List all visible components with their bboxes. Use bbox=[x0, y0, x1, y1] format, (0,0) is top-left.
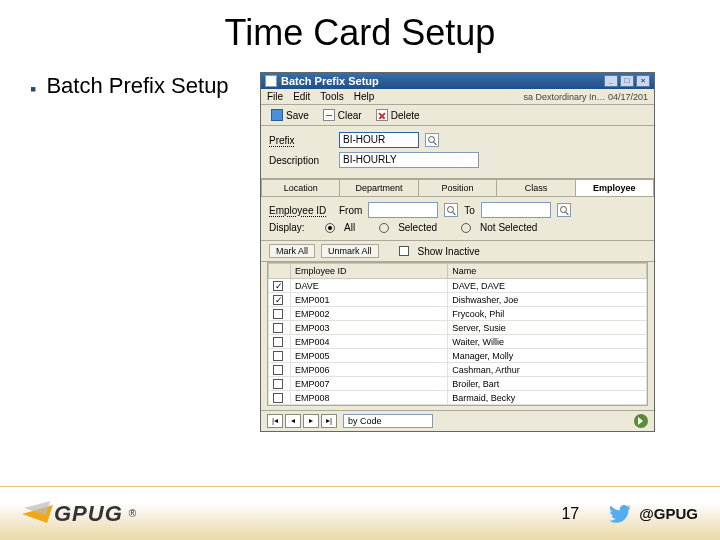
tab-position[interactable]: Position bbox=[418, 179, 496, 196]
show-inactive-checkbox[interactable] bbox=[399, 246, 409, 256]
cell-employee-id: EMP008 bbox=[291, 391, 448, 405]
to-lookup-icon[interactable] bbox=[557, 203, 571, 217]
table-row[interactable]: EMP007Broiler, Bart bbox=[269, 377, 647, 391]
delete-icon bbox=[376, 109, 388, 121]
save-label: Save bbox=[286, 110, 309, 121]
minimize-button[interactable]: _ bbox=[604, 75, 618, 87]
menu-tools[interactable]: Tools bbox=[320, 91, 343, 102]
titlebar[interactable]: Batch Prefix Setup _ □ × bbox=[261, 73, 654, 89]
clear-button[interactable]: Clear bbox=[319, 108, 366, 122]
employee-id-label: Employee ID bbox=[269, 205, 333, 216]
radio-not-selected-label: Not Selected bbox=[480, 222, 537, 233]
tab-employee[interactable]: Employee bbox=[575, 179, 654, 196]
close-button[interactable]: × bbox=[636, 75, 650, 87]
from-input[interactable] bbox=[368, 202, 438, 218]
clear-icon bbox=[323, 109, 335, 121]
row-checkbox[interactable] bbox=[273, 281, 283, 291]
save-button[interactable]: Save bbox=[267, 108, 313, 122]
bullet-text: Batch Prefix Setup bbox=[46, 72, 228, 100]
cell-employee-id: EMP005 bbox=[291, 349, 448, 363]
tab-class[interactable]: Class bbox=[496, 179, 574, 196]
table-row[interactable]: EMP001Dishwasher, Joe bbox=[269, 293, 647, 307]
row-checkbox[interactable] bbox=[273, 309, 283, 319]
filter-area: Employee ID From To Display: All Selecte… bbox=[261, 197, 654, 241]
display-label: Display: bbox=[269, 222, 319, 233]
cell-employee-id: EMP007 bbox=[291, 377, 448, 391]
radio-all[interactable] bbox=[325, 223, 335, 233]
cell-name: Server, Susie bbox=[448, 321, 647, 335]
table-row[interactable]: DAVEDAVE, DAVE bbox=[269, 279, 647, 293]
description-label: Description bbox=[269, 155, 333, 166]
row-checkbox[interactable] bbox=[273, 379, 283, 389]
table-row[interactable]: EMP008Barmaid, Becky bbox=[269, 391, 647, 405]
cell-name: Waiter, Willie bbox=[448, 335, 647, 349]
grid-col-check[interactable] bbox=[269, 264, 291, 279]
to-label: To bbox=[464, 205, 475, 216]
page-number: 17 bbox=[561, 505, 579, 523]
save-icon bbox=[271, 109, 283, 121]
maximize-button[interactable]: □ bbox=[620, 75, 634, 87]
sort-by-select[interactable]: by Code bbox=[343, 414, 433, 428]
gpug-logo-text: GPUG bbox=[54, 501, 123, 527]
table-row[interactable]: EMP006Cashman, Arthur bbox=[269, 363, 647, 377]
nav-last-button[interactable]: ▸| bbox=[321, 414, 337, 428]
nav-prev-button[interactable]: ◂ bbox=[285, 414, 301, 428]
gpug-logo-mark-icon bbox=[22, 501, 52, 527]
row-checkbox[interactable] bbox=[273, 337, 283, 347]
twitter-handle: @GPUG bbox=[609, 505, 698, 523]
from-lookup-icon[interactable] bbox=[444, 203, 458, 217]
cell-name: Broiler, Bart bbox=[448, 377, 647, 391]
go-icon[interactable] bbox=[634, 414, 648, 428]
row-checkbox[interactable] bbox=[273, 323, 283, 333]
cell-employee-id: EMP002 bbox=[291, 307, 448, 321]
menu-edit[interactable]: Edit bbox=[293, 91, 310, 102]
prefix-lookup-icon[interactable] bbox=[425, 133, 439, 147]
description-input[interactable]: BI-HOURLY bbox=[339, 152, 479, 168]
row-checkbox[interactable] bbox=[273, 393, 283, 403]
delete-label: Delete bbox=[391, 110, 420, 121]
row-checkbox[interactable] bbox=[273, 351, 283, 361]
grid-col-employee[interactable]: Employee ID bbox=[291, 264, 448, 279]
cell-employee-id: EMP003 bbox=[291, 321, 448, 335]
to-input[interactable] bbox=[481, 202, 551, 218]
table-row[interactable]: EMP003Server, Susie bbox=[269, 321, 647, 335]
radio-not-selected[interactable] bbox=[461, 223, 471, 233]
registered-mark: ® bbox=[129, 508, 136, 519]
grid-col-name[interactable]: Name bbox=[448, 264, 647, 279]
table-row[interactable]: EMP005Manager, Molly bbox=[269, 349, 647, 363]
row-checkbox[interactable] bbox=[273, 295, 283, 305]
gpug-logo: GPUG ® bbox=[22, 501, 136, 527]
mark-all-button[interactable]: Mark All bbox=[269, 244, 315, 258]
nav-first-button[interactable]: |◂ bbox=[267, 414, 283, 428]
tabs: Location Department Position Class Emplo… bbox=[261, 179, 654, 197]
bullet-marker: ▪ bbox=[30, 78, 36, 101]
delete-button[interactable]: Delete bbox=[372, 108, 424, 122]
tab-department[interactable]: Department bbox=[339, 179, 417, 196]
window-title: Batch Prefix Setup bbox=[281, 75, 379, 87]
cell-employee-id: EMP006 bbox=[291, 363, 448, 377]
twitter-icon bbox=[609, 505, 631, 523]
radio-selected-label: Selected bbox=[398, 222, 437, 233]
radio-selected[interactable] bbox=[379, 223, 389, 233]
menu-help[interactable]: Help bbox=[354, 91, 375, 102]
prefix-label: Prefix bbox=[269, 135, 333, 146]
show-inactive-label: Show Inactive bbox=[418, 246, 480, 257]
cell-name: Frycook, Phil bbox=[448, 307, 647, 321]
grid-toolbar: Mark All Unmark All Show Inactive bbox=[261, 241, 654, 262]
cell-name: Manager, Molly bbox=[448, 349, 647, 363]
table-row[interactable]: EMP004Waiter, Willie bbox=[269, 335, 647, 349]
tab-location[interactable]: Location bbox=[261, 179, 339, 196]
cell-employee-id: DAVE bbox=[291, 279, 448, 293]
unmark-all-button[interactable]: Unmark All bbox=[321, 244, 379, 258]
bullet-item: ▪ Batch Prefix Setup bbox=[30, 72, 240, 101]
prefix-input[interactable]: BI-HOUR bbox=[339, 132, 419, 148]
toolbar: Save Clear Delete bbox=[261, 105, 654, 126]
nav-footer: |◂ ◂ ▸ ▸| by Code bbox=[261, 410, 654, 431]
nav-next-button[interactable]: ▸ bbox=[303, 414, 319, 428]
table-row[interactable]: EMP002Frycook, Phil bbox=[269, 307, 647, 321]
from-label: From bbox=[339, 205, 362, 216]
window-sysicon bbox=[265, 75, 277, 87]
row-checkbox[interactable] bbox=[273, 365, 283, 375]
menubar: File Edit Tools Help sa Dextordinary In…… bbox=[261, 89, 654, 105]
menu-file[interactable]: File bbox=[267, 91, 283, 102]
